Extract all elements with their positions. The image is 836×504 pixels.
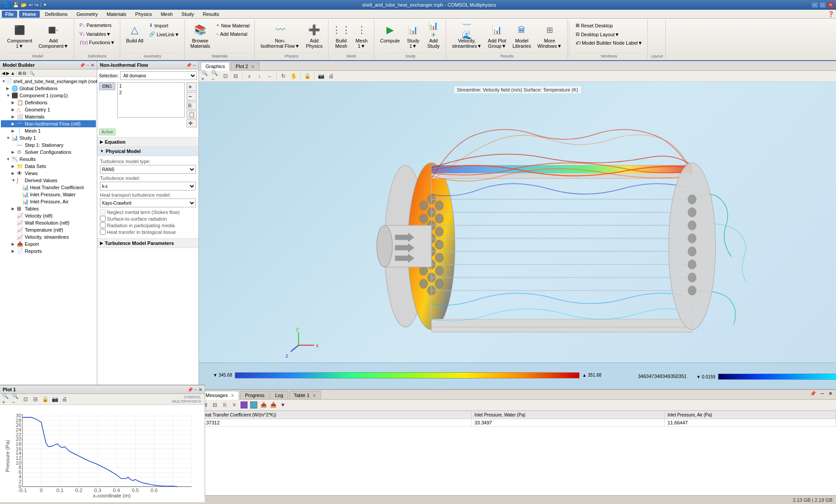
tree-mesh1[interactable]: ▶ ⋮ Mesh 1 [1,127,96,134]
definitions-menu[interactable]: Definitions [42,11,71,18]
add-domain-button[interactable]: + [187,82,197,91]
quick-access-options[interactable]: ▼ [43,3,47,7]
neglect-inertial-input[interactable] [100,209,106,215]
zoom-box-button[interactable]: ⊟ [231,72,240,80]
variables-button[interactable]: Vₓ Variables▼ [77,30,118,38]
tree-wall-resolution[interactable]: 📈 Wall Resolution (nitf) [1,219,96,226]
msg-import-button[interactable]: 📥 [269,401,278,409]
msg-copy-button[interactable]: ⎘ [220,401,229,409]
quick-access-open[interactable]: 📂 [21,2,27,8]
tree-heat-transfer-coeff[interactable]: 📊 Heat Transfer Coefficient [1,184,96,191]
turbulence-model-select[interactable]: k-ε [100,182,196,191]
model-builder-close[interactable]: ✕ [91,63,94,68]
pan-button[interactable]: ✋ [289,72,298,80]
tree-velocity-streamlines[interactable]: 📈 Velocity, streamlines [1,233,96,241]
tree-materials[interactable]: ▶ ⬜ Materials [1,113,96,120]
plot2-close[interactable]: ✕ [251,65,255,69]
import-button[interactable]: ⬇ Import [147,21,181,30]
msg-table-button[interactable]: ⊟ [210,401,219,409]
msg-color2-button[interactable] [250,401,257,409]
model-libraries-button[interactable]: 🏛 ModelLibraries [510,21,534,50]
tree-geometry1[interactable]: ▶ △ Geometry 1 [1,106,96,113]
livelink-button[interactable]: 🔗 LiveLink▼ [147,30,181,38]
biological-tissue-input[interactable] [100,229,106,235]
plot2-tab[interactable]: Plot 2 ✕ [231,62,260,70]
model-builder-label-button[interactable]: 🏷 Model Builder Node Label▼ [573,39,645,47]
materials-menu[interactable]: Materials [103,11,130,18]
tree-component1[interactable]: ▼ ⬛ Component 1 (comp1) [1,92,96,99]
tree-inlet-pressure-water[interactable]: 📊 Inlet Pressure, Water [1,191,96,198]
velocity-streamlines-button[interactable]: 〰🌊 Velocity,streamlines▼ [449,21,484,50]
nif-panel-minimize[interactable]: ─ [193,63,196,68]
plot1-pin[interactable]: 📌 [187,387,193,392]
tree-up-button[interactable]: ▲ [11,71,15,76]
desktop-layout-button[interactable]: ⊟ Desktop Layout▼ [573,30,645,38]
add-plot-group-button[interactable]: 📊 Add PlotGroup▼ [485,21,509,50]
plot1-zoom-out[interactable]: 🔍− [11,395,20,404]
zoom-out-button[interactable]: 🔍− [211,72,220,80]
tree-definitions[interactable]: ▶ 📋 Definitions [1,99,96,106]
tree-global-definitions[interactable]: ▶ 🌐 Global Definitions [1,85,96,92]
messages-panel-pin[interactable]: 📌 [808,391,818,399]
equation-section-header[interactable]: ▶ Equation [97,137,199,147]
remove-domain-button[interactable]: − [187,92,197,101]
messages-panel-minimize[interactable]: ─ [819,391,826,399]
build-all-button[interactable]: △ Build All [123,21,146,45]
zoom-in-button[interactable]: 🔍+ [201,72,210,80]
tree-reports[interactable]: ▶ 📄 Reports [1,248,96,255]
browse-materials-button[interactable]: 📚 BrowseMaterials [188,21,213,50]
nif-panel-pin[interactable]: 📌 [186,63,191,68]
file-menu[interactable]: File [2,11,17,18]
move-domain-button[interactable]: ✛ [187,119,197,127]
plot1-print[interactable]: 🖨 [60,395,69,404]
zoom-extents-button[interactable]: ⊡ [221,72,230,80]
plot1-lock[interactable]: 🔒 [41,395,50,404]
study-menu[interactable]: Study [178,11,198,18]
tree-non-isothermal-flow[interactable]: ▶ 〰 Non-Isothermal Flow (nitf) [1,120,96,127]
study1-button[interactable]: 📊 Study1▼ [403,21,423,50]
turbulence-params-section-header[interactable]: ▶ Turbulence Model Parameters [97,239,199,248]
plot1-close[interactable]: ✕ [199,387,202,392]
rotate-button[interactable]: ↻ [279,72,288,80]
help-button[interactable]: ❓ [828,11,834,17]
quick-access-redo[interactable]: ↪ [34,2,38,8]
model-builder-pin[interactable]: 📌 [80,63,85,68]
mesh-menu[interactable]: Mesh [157,11,176,18]
log-tab[interactable]: Log [270,391,288,399]
messages-tab[interactable]: Messages ✕ [201,391,239,400]
functions-button[interactable]: ƒ(x) Functions▼ [77,38,118,46]
progress-tab[interactable]: Progress [240,391,269,399]
tree-derived-values[interactable]: ▼ ∫ Derived Values [1,177,96,184]
select-y-button[interactable]: ↕ [255,72,264,80]
graphics-tab[interactable]: Graphics [201,62,230,71]
tree-export[interactable]: ▶ 📤 Export [1,241,96,248]
select-z-button[interactable]: ↔ [265,72,274,80]
tree-root[interactable]: ▼ 📄 shell_and_tube_heat_exchanger.mph (r… [1,78,96,85]
active-toggle-button[interactable]: ON1 [99,82,115,90]
close-button[interactable]: ✕ [827,2,834,8]
tree-datasets[interactable]: ▶ 📁 Data Sets [1,163,96,170]
component-button[interactable]: ⬛ Component1▼ [4,21,35,50]
msg-settings-button[interactable]: ▼ [279,401,287,409]
lock-button[interactable]: 🔒 [303,72,312,80]
tree-solver-configurations[interactable]: ▶ ⚙ Solver Configurations [1,149,96,156]
add-material-button[interactable]: + Add Material [214,30,252,38]
snapshot-button[interactable]: 📷 [317,72,325,80]
build-mesh-button[interactable]: ⋮⋮ BuildMesh [332,21,351,50]
selection-dropdown[interactable]: All domains [120,71,197,80]
tree-search-button[interactable]: 🔍 [29,71,34,76]
tree-tables[interactable]: ▶ ⊞ Tables [1,205,96,212]
geometry-menu[interactable]: Geometry [73,11,101,18]
mesh1-button[interactable]: ⋮ Mesh1▼ [352,21,371,50]
surface-radiation-input[interactable] [100,216,106,221]
tree-views[interactable]: ▶ 👁 Views [1,170,96,177]
add-physics-button[interactable]: ➕ AddPhysics [303,21,325,50]
print-button[interactable]: 🖨 [327,72,336,80]
parameters-button[interactable]: P↓ Parameters [77,21,118,29]
tree-results[interactable]: ▼ 📉 Results [1,156,96,163]
non-isothermal-flow-button[interactable]: 〰 Non-Isothermal Flow▼ [258,21,302,50]
physics-menu[interactable]: Physics [132,11,156,18]
add-study-button[interactable]: 📊+ AddStudy [424,21,443,50]
model-builder-minimize[interactable]: ─ [86,63,89,68]
plot1-zoom-extents[interactable]: ⊟ [31,395,40,404]
